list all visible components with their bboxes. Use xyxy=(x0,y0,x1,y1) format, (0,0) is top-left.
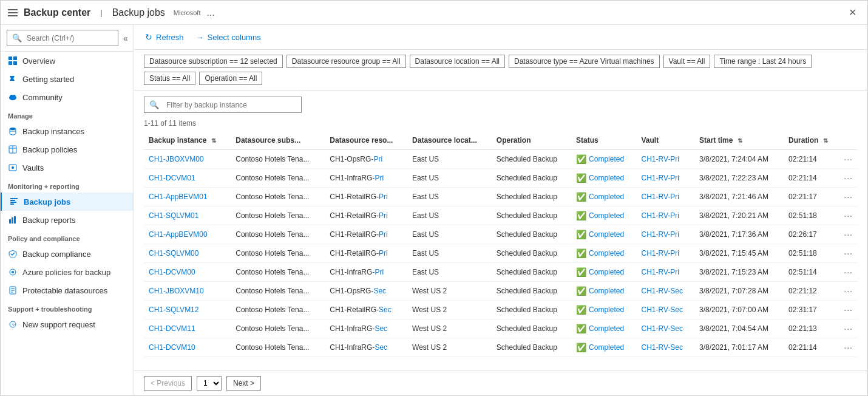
sidebar-item-azure-policies[interactable]: Azure policies for backup xyxy=(1,263,134,281)
sidebar-item-backup-policies[interactable]: Backup policies xyxy=(1,140,134,159)
sidebar-item-community[interactable]: Community xyxy=(1,88,134,106)
rg-link[interactable]: Pri xyxy=(379,211,388,220)
col-header-vault[interactable]: Vault xyxy=(636,131,694,150)
instance-search-input[interactable] xyxy=(164,98,301,112)
vault-link[interactable]: CH1-RV-Pri xyxy=(641,193,679,201)
backup-instance-link[interactable]: CH1-SQLVM12 xyxy=(149,306,198,314)
filter-datasource-rg[interactable]: Datasource resource group == All xyxy=(287,55,406,68)
col-header-datasource-subs[interactable]: Datasource subs... xyxy=(231,131,325,150)
col-header-status[interactable]: Status xyxy=(571,131,636,150)
vault-link[interactable]: CH1-RV-Sec xyxy=(641,324,682,333)
backup-instance-link[interactable]: CH1-DCVM00 xyxy=(149,268,195,276)
vault-link[interactable]: CH1-RV-Sec xyxy=(641,343,682,352)
next-page-button[interactable]: Next > xyxy=(226,376,261,391)
status-link[interactable]: Completed xyxy=(589,306,624,314)
refresh-button[interactable]: ↻ Refresh xyxy=(144,30,185,44)
rg-link[interactable]: Pri xyxy=(379,249,388,258)
row-menu-button[interactable]: ··· xyxy=(844,305,853,315)
row-menu-button[interactable]: ··· xyxy=(844,211,853,220)
row-menu-button[interactable]: ··· xyxy=(844,173,853,183)
filter-datasource-subscription[interactable]: Datasource subscription == 12 selected xyxy=(144,55,283,68)
cell-duration: 02:21:14 xyxy=(784,169,839,188)
sidebar-search-input[interactable] xyxy=(27,32,118,45)
title-ellipsis[interactable]: ... xyxy=(206,7,214,18)
status-link[interactable]: Completed xyxy=(589,287,624,295)
filter-status[interactable]: Status == All xyxy=(144,72,195,85)
vault-link[interactable]: CH1-RV-Sec xyxy=(641,306,682,314)
backup-instance-link[interactable]: CH1-JBOXVM00 xyxy=(149,155,204,163)
vault-link[interactable]: CH1-RV-Sec xyxy=(641,287,682,295)
vault-link[interactable]: CH1-RV-Pri xyxy=(641,268,679,276)
vault-link[interactable]: CH1-RV-Pri xyxy=(641,230,679,239)
sidebar-collapse-button[interactable]: « xyxy=(122,32,129,44)
sidebar-item-backup-compliance[interactable]: Backup compliance xyxy=(1,245,134,263)
sidebar-item-getting-started[interactable]: Getting started xyxy=(1,70,134,88)
rg-link[interactable]: Pri xyxy=(373,155,382,163)
rg-link[interactable]: Sec xyxy=(379,306,392,314)
status-link[interactable]: Completed xyxy=(589,324,624,333)
filter-datasource-location[interactable]: Datasource location == All xyxy=(410,55,505,68)
rg-link[interactable]: Pri xyxy=(379,230,388,239)
row-menu-button[interactable]: ··· xyxy=(844,324,853,333)
rg-link[interactable]: Pri xyxy=(375,174,384,182)
backup-instance-link[interactable]: CH1-JBOXVM10 xyxy=(149,287,204,295)
vault-link[interactable]: CH1-RV-Pri xyxy=(641,249,679,258)
sidebar-item-backup-instances[interactable]: Backup instances xyxy=(1,122,134,140)
sidebar-item-vaults[interactable]: Vaults xyxy=(1,159,134,177)
db-icon xyxy=(8,126,18,136)
row-menu-button[interactable]: ··· xyxy=(844,154,853,164)
status-link[interactable]: Completed xyxy=(589,155,624,163)
row-menu-button[interactable]: ··· xyxy=(844,230,853,239)
backup-instance-link[interactable]: CH1-DCVM10 xyxy=(149,343,195,352)
filter-operation[interactable]: Operation == All xyxy=(199,72,262,85)
col-header-backup-instance[interactable]: Backup instance ⇅ xyxy=(144,131,231,150)
close-button[interactable]: ✕ xyxy=(844,4,861,21)
sidebar-item-protectable-datasources[interactable]: Protectable datasources xyxy=(1,281,134,299)
hamburger-menu[interactable] xyxy=(7,8,19,18)
vault-link[interactable]: CH1-RV-Pri xyxy=(641,155,679,163)
status-link[interactable]: Completed xyxy=(589,174,624,182)
row-menu-button[interactable]: ··· xyxy=(844,267,853,277)
rg-link[interactable]: Sec xyxy=(375,324,387,333)
status-link[interactable]: Completed xyxy=(589,343,624,352)
status-link[interactable]: Completed xyxy=(589,230,624,239)
rg-link[interactable]: Sec xyxy=(375,343,387,352)
page-select[interactable]: 1 xyxy=(197,376,222,391)
filter-vault[interactable]: Vault == All xyxy=(663,55,711,68)
backup-instance-link[interactable]: CH1-AppBEVM00 xyxy=(149,230,208,239)
col-header-operation[interactable]: Operation xyxy=(492,131,571,150)
vault-link[interactable]: CH1-RV-Pri xyxy=(641,211,679,220)
sidebar-item-backup-jobs[interactable]: Backup jobs xyxy=(1,193,134,211)
filter-datasource-type[interactable]: Datasource type == Azure Virtual machine… xyxy=(509,55,660,68)
status-link[interactable]: Completed xyxy=(589,268,624,276)
status-link[interactable]: Completed xyxy=(589,211,624,220)
rg-link[interactable]: Pri xyxy=(375,268,384,276)
backup-instance-link[interactable]: CH1-DCVM11 xyxy=(149,324,195,333)
backup-instance-link[interactable]: CH1-DCVM01 xyxy=(149,174,195,182)
backup-instance-link[interactable]: CH1-AppBEVM01 xyxy=(149,193,208,201)
col-header-start-time[interactable]: Start time ⇅ xyxy=(694,131,784,150)
vault-link[interactable]: CH1-RV-Pri xyxy=(641,174,679,182)
backup-instance-link[interactable]: CH1-SQLVM01 xyxy=(149,211,198,220)
backup-instance-link[interactable]: CH1-SQLVM00 xyxy=(149,249,198,258)
sidebar-item-backup-reports[interactable]: Backup reports xyxy=(1,211,134,229)
sidebar-item-new-support[interactable]: ? New support request xyxy=(1,315,134,333)
cell-datasource-loc: West US 2 xyxy=(407,338,492,357)
rg-link[interactable]: Sec xyxy=(373,287,386,295)
row-menu-button[interactable]: ··· xyxy=(844,248,853,258)
row-menu-button[interactable]: ··· xyxy=(844,286,853,296)
status-link[interactable]: Completed xyxy=(589,193,624,201)
col-header-datasource-locat[interactable]: Datasource locat... xyxy=(407,131,492,150)
sidebar-item-label: Backup jobs xyxy=(24,197,70,207)
cell-vault: CH1-RV-Pri xyxy=(636,188,694,207)
row-menu-button[interactable]: ··· xyxy=(844,192,853,202)
col-header-duration[interactable]: Duration ⇅ xyxy=(784,131,839,150)
col-header-datasource-reso[interactable]: Datasource reso... xyxy=(325,131,407,150)
sidebar-item-overview[interactable]: Overview xyxy=(1,52,134,70)
prev-page-button[interactable]: < Previous xyxy=(144,376,192,391)
rg-link[interactable]: Pri xyxy=(379,193,388,201)
filter-time-range[interactable]: Time range : Last 24 hours xyxy=(714,55,812,68)
select-columns-button[interactable]: → Select columns xyxy=(195,30,262,44)
row-menu-button[interactable]: ··· xyxy=(844,343,853,352)
status-link[interactable]: Completed xyxy=(589,249,624,258)
